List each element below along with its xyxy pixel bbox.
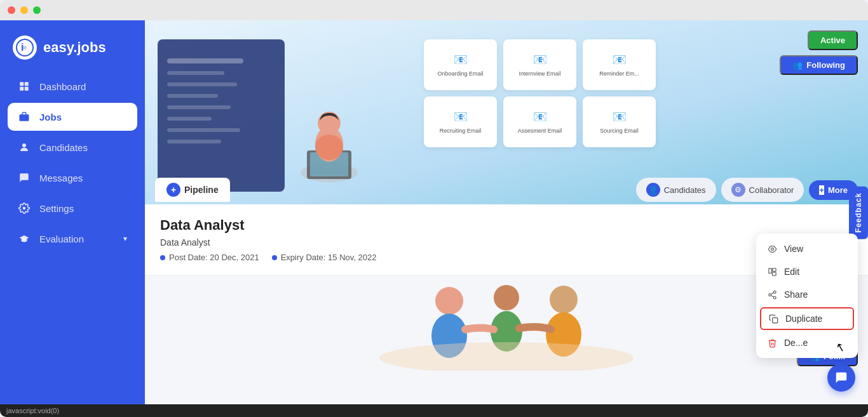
evaluation-chevron-icon: ▾ [123, 234, 127, 243]
sidebar: i easy.jobs Dashboard Jobs [0, 20, 145, 404]
dashboard-label: Dashboard [39, 81, 86, 92]
sidebar-item-evaluation[interactable]: Evaluation ▾ [8, 225, 137, 253]
chat-button[interactable] [827, 364, 855, 392]
feedback-tab-right[interactable]: Feedback [849, 186, 868, 239]
jobs-label: Jobs [39, 112, 62, 122]
recruiting-email-card: 📧 Recruiting Email [424, 96, 497, 147]
evaluation-icon [18, 232, 31, 245]
onboarding-email-card: 📧 Onboarding Email [424, 39, 497, 90]
svg-rect-14 [167, 83, 237, 86]
messages-label: Messages [39, 173, 83, 183]
candidates-tab[interactable]: 👤 Candidates [636, 178, 716, 202]
dropdown-share[interactable]: Share [756, 283, 858, 306]
svg-point-39 [773, 296, 776, 299]
minimize-button[interactable] [20, 6, 28, 14]
active-status-badge[interactable]: Active [808, 30, 858, 50]
svg-rect-13 [167, 71, 224, 75]
svg-point-28 [494, 285, 519, 310]
banner-tabs-right: 👤 Candidates ⚙ Collaborator + More [636, 178, 858, 202]
banner-tabs: + Pipeline 👤 Candidates ⚙ Collaborator [145, 175, 868, 204]
feedback-container: Feedback [849, 186, 868, 239]
svg-point-25 [315, 135, 343, 160]
sidebar-item-messages[interactable]: Messages [8, 164, 137, 192]
settings-icon [18, 202, 31, 215]
svg-rect-4 [25, 82, 29, 86]
more-plus-icon: + [819, 185, 824, 195]
svg-rect-16 [167, 105, 231, 109]
assessment-email-card: 📧 Assesment Email [503, 96, 576, 147]
candidates-label: Candidates [39, 142, 88, 153]
svg-rect-42 [772, 317, 777, 322]
banner-area: 📧 Onboarding Email 📧 Internview Email 📧 … [145, 20, 868, 204]
sidebar-nav: Dashboard Jobs Candidates [0, 72, 145, 253]
collaborator-tab[interactable]: ⚙ Collaborator [721, 178, 804, 202]
logo-icon: i [13, 36, 37, 60]
collaborator-tab-icon: ⚙ [731, 183, 745, 197]
svg-rect-6 [25, 87, 29, 91]
expiry-date: Expiry Date: 15 Nov, 2022 [272, 253, 377, 262]
svg-point-38 [768, 293, 771, 296]
logo[interactable]: i easy.jobs [0, 27, 145, 72]
svg-rect-5 [20, 87, 24, 91]
following-status-badge[interactable]: 👥 Following [780, 55, 858, 75]
job-title: Data Analyst [160, 217, 853, 234]
evaluation-label: Evaluation [39, 234, 84, 244]
svg-rect-35 [772, 268, 776, 270]
maximize-button[interactable] [33, 6, 41, 14]
candidates-tab-icon: 👤 [646, 183, 660, 197]
jobs-icon [18, 110, 31, 123]
svg-rect-15 [167, 94, 218, 98]
job-subtitle: Data Analyst [160, 237, 853, 248]
job-meta: Post Date: 20 Dec, 2021 Expiry Date: 15 … [160, 253, 853, 262]
title-bar [0, 0, 868, 20]
sidebar-item-jobs[interactable]: Jobs [8, 103, 137, 131]
share-icon [766, 290, 778, 300]
svg-point-2 [23, 46, 27, 50]
dropdown-duplicate[interactable]: Duplicate [760, 307, 854, 330]
post-date-dot [160, 255, 165, 260]
pipeline-tab[interactable]: + Pipeline [155, 178, 230, 202]
email-cards-grid: 📧 Onboarding Email 📧 Internview Email 📧 … [424, 39, 656, 147]
svg-line-41 [771, 293, 773, 294]
post-date: Post Date: 20 Dec, 2021 [160, 253, 259, 262]
dashboard-icon [18, 80, 31, 93]
svg-rect-18 [167, 128, 240, 132]
svg-point-32 [379, 342, 634, 371]
svg-rect-19 [167, 140, 221, 143]
svg-rect-12 [167, 58, 243, 63]
settings-label: Settings [39, 203, 74, 214]
view-icon [766, 244, 778, 254]
svg-point-33 [771, 248, 773, 250]
svg-rect-3 [20, 82, 24, 86]
status-bar-text: javascript:void(0) [6, 407, 59, 414]
svg-line-40 [771, 295, 773, 296]
duplicate-icon [768, 314, 779, 324]
sidebar-item-settings[interactable]: Settings [8, 194, 137, 222]
delete-icon [766, 338, 778, 348]
svg-point-26 [435, 287, 463, 315]
expiry-date-dot [272, 255, 277, 260]
dropdown-edit[interactable]: Edit [756, 260, 858, 283]
close-button[interactable] [8, 6, 15, 14]
svg-rect-34 [768, 268, 771, 273]
messages-icon [18, 171, 31, 184]
candidates-icon [18, 141, 31, 154]
pipeline-plus-icon: + [166, 183, 180, 197]
status-area: Active 👥 Following [780, 30, 858, 75]
sourcing-email-card: 📧 Sourcing Email [583, 96, 656, 147]
svg-point-37 [773, 291, 776, 293]
status-bar: javascript:void(0) [0, 404, 868, 417]
main-content: 📧 Onboarding Email 📧 Internview Email 📧 … [145, 20, 868, 404]
svg-rect-17 [167, 117, 212, 121]
svg-point-8 [22, 143, 26, 147]
interview-email-card: 📧 Internview Email [503, 39, 576, 90]
svg-rect-7 [20, 114, 29, 121]
svg-point-9 [23, 207, 26, 210]
dropdown-view[interactable]: View [756, 237, 858, 260]
sidebar-item-dashboard[interactable]: Dashboard [8, 72, 137, 100]
reminder-email-card: 📧 Reminder Em... [583, 39, 656, 90]
svg-point-30 [550, 286, 578, 314]
sidebar-item-candidates[interactable]: Candidates [8, 133, 137, 161]
dropdown-menu: View Edit Share [756, 234, 858, 358]
following-icon: 👥 [792, 60, 803, 70]
